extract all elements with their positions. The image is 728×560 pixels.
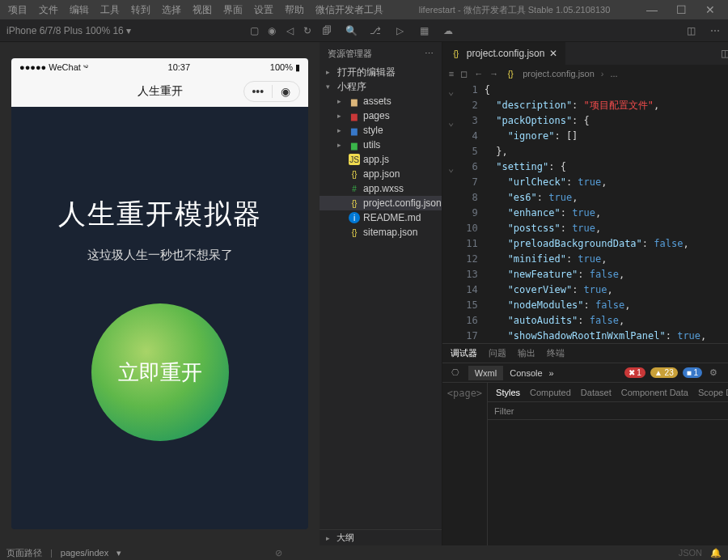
tree-folder[interactable]: ▸▆style (320, 123, 442, 138)
menu-item[interactable]: 编辑 (65, 2, 94, 19)
path-dropdown-icon[interactable]: ▾ (116, 548, 121, 558)
more-tabs-icon[interactable]: » (549, 368, 554, 378)
app-main-title: 人生重开模拟器 (11, 196, 308, 233)
wxml-tree[interactable]: <page> (442, 383, 487, 545)
debug-icon[interactable]: ▷ (393, 24, 406, 37)
outline-section[interactable]: ▸ 大纲 (320, 529, 442, 545)
maximize-button[interactable]: ☐ (670, 3, 692, 16)
carrier-label: ●●●●● WeChat ༄ (19, 62, 88, 72)
page-path[interactable]: pages/index (61, 548, 108, 558)
back-icon[interactable]: ← (474, 69, 483, 78)
search-icon[interactable]: 🔍 (345, 24, 358, 37)
tree-file[interactable]: JSapp.js (320, 152, 442, 167)
status-badge: ■ 1 (683, 367, 702, 378)
status-badge: ✖ 1 (624, 367, 645, 378)
debug-tab[interactable]: 调试器 (451, 347, 477, 359)
capsule-menu-icon[interactable]: ••• (244, 85, 273, 98)
menu-item[interactable]: 设置 (249, 2, 278, 19)
menu-item[interactable]: 微信开发者工具 (311, 2, 388, 19)
window-title: liferestart - 微信开发者工具 Stable 1.05.210813… (388, 4, 641, 16)
styles-tab[interactable]: Styles (496, 388, 520, 397)
device-selector[interactable]: iPhone 6/7/8 Plus 100% 16 ▾ (6, 25, 131, 36)
menu-item[interactable]: 帮助 (280, 2, 309, 19)
record-icon[interactable]: ◉ (265, 24, 278, 37)
capsule-close-icon[interactable]: ◉ (273, 85, 300, 98)
json-icon: {} (505, 68, 516, 79)
toc-icon[interactable]: ≡ (449, 69, 454, 78)
json-icon: {} (451, 48, 462, 59)
debug-tab[interactable]: 问题 (489, 347, 506, 359)
split-icon[interactable]: ◫ (684, 24, 697, 37)
menu-item[interactable]: 视图 (188, 2, 217, 19)
explorer-title: 资源管理器 (328, 48, 372, 60)
tree-group[interactable]: ▾小程序 (320, 79, 442, 94)
lang-label[interactable]: JSON (679, 548, 702, 558)
phone-nav: 人生重开 ••• ◉ (11, 76, 308, 107)
more-icon[interactable]: ⋯ (709, 24, 722, 37)
menu-item[interactable]: 文件 (34, 2, 63, 19)
styles-tab[interactable]: Component Data (621, 388, 688, 397)
page-title: 人生重开 (138, 84, 183, 99)
settings-icon[interactable]: ⚙ (707, 367, 720, 380)
menu-item[interactable]: 工具 (95, 2, 125, 19)
tree-folder[interactable]: ▸▆pages (320, 108, 442, 123)
split-editor-icon[interactable]: ◫ (718, 47, 728, 60)
restart-button[interactable]: 立即重开 (91, 303, 229, 441)
battery-label: 100% ▮ (270, 62, 300, 73)
explorer-more-icon[interactable]: ⋯ (425, 49, 434, 59)
tree-folder[interactable]: ▸▆utils (320, 138, 442, 152)
cloud-icon[interactable]: ☁ (442, 24, 455, 37)
git-icon[interactable]: ⎇ (369, 24, 382, 37)
code-editor[interactable]: ⌄⌄⌄ 12345678910111213141516171819 { "des… (442, 83, 728, 343)
path-clear-icon[interactable]: ⊘ (275, 548, 282, 558)
cut-icon[interactable]: ◁ (283, 24, 296, 37)
console-tab[interactable]: Console (510, 368, 542, 378)
bookmark-icon[interactable]: ◻ (460, 69, 468, 79)
menu-item[interactable]: 项目 (3, 2, 32, 19)
wxml-tab[interactable]: Wxml (468, 366, 504, 380)
simulator-panel: ●●●●● WeChat ༄ 10:37 100% ▮ 人生重开 ••• ◉ 人… (0, 42, 320, 545)
tree-file[interactable]: {}project.config.json (320, 196, 442, 210)
debug-tab[interactable]: 终端 (547, 347, 565, 359)
menu-capsule[interactable]: ••• ◉ (243, 81, 300, 102)
clock-label: 10:37 (88, 62, 270, 72)
tree-file[interactable]: {}app.json (320, 167, 442, 181)
filter-input[interactable]: Filter (494, 406, 514, 416)
forward-icon[interactable]: → (489, 69, 498, 78)
close-button[interactable]: ✕ (699, 3, 722, 16)
minimize-button[interactable]: — (641, 3, 663, 16)
editor-panel: {} project.config.json ✕ ◫ ⋯ ≡ ◻ ← → {} … (442, 42, 728, 545)
styles-tab[interactable]: Computed (530, 388, 571, 397)
toolbar: iPhone 6/7/8 Plus 100% 16 ▾ ▢ ◉ ◁ ↻ 🗐 🔍 … (0, 19, 728, 42)
tree-file[interactable]: {}sitemap.json (320, 225, 442, 240)
menu-item[interactable]: 选择 (157, 2, 186, 19)
rotate-icon[interactable]: ↻ (301, 24, 314, 37)
page-path-label: 页面路径 (6, 547, 42, 559)
styles-tab[interactable]: Dataset (581, 388, 612, 397)
status-badge: ▲ 23 (650, 367, 678, 378)
tree-file[interactable]: #app.wxss (320, 181, 442, 196)
phone-frame: ●●●●● WeChat ༄ 10:37 100% ▮ 人生重开 ••• ◉ 人… (11, 58, 308, 529)
explorer-panel: 资源管理器 ⋯ ▸打开的编辑器▾小程序▸▆assets▸▆pages▸▆styl… (320, 42, 442, 545)
tree-folder[interactable]: ▸▆assets (320, 94, 442, 108)
close-tab-icon[interactable]: ✕ (549, 48, 557, 59)
tree-file[interactable]: iREADME.md (320, 210, 442, 225)
menu-item[interactable]: 界面 (218, 2, 248, 19)
tab-project-config[interactable]: {} project.config.json ✕ (442, 42, 567, 65)
bell-icon[interactable]: 🔔 (710, 548, 722, 558)
files-icon[interactable]: 🗐 (320, 24, 333, 37)
ext-icon[interactable]: ▦ (417, 24, 430, 37)
debug-tab[interactable]: 输出 (518, 347, 535, 359)
window-controls: — ☐ ✕ (641, 3, 725, 16)
tree-group[interactable]: ▸打开的编辑器 (320, 65, 442, 79)
breadcrumb: ≡ ◻ ← → {} project.config.json › ... (442, 65, 728, 83)
debugger-panel: 调试器问题输出终端 ⌃ ✕ ⎔ Wxml Console » ✖ 1▲ 23■ … (442, 343, 728, 545)
dock-more-icon[interactable]: ⋮ (725, 367, 728, 380)
statusbar: 页面路径 | pages/index ▾ ⊘ JSON 🔔 (0, 545, 728, 560)
inspect-icon[interactable]: ⎔ (449, 367, 462, 380)
app-subtitle: 这垃圾人生一秒也不想呆了 (11, 248, 308, 263)
menu-item[interactable]: 转到 (126, 2, 155, 19)
styles-tab[interactable]: Scope Data (698, 388, 728, 397)
titlebar: 项目文件编辑工具转到选择视图界面设置帮助微信开发者工具 liferestart … (0, 0, 728, 19)
screenshot-icon[interactable]: ▢ (248, 24, 260, 37)
